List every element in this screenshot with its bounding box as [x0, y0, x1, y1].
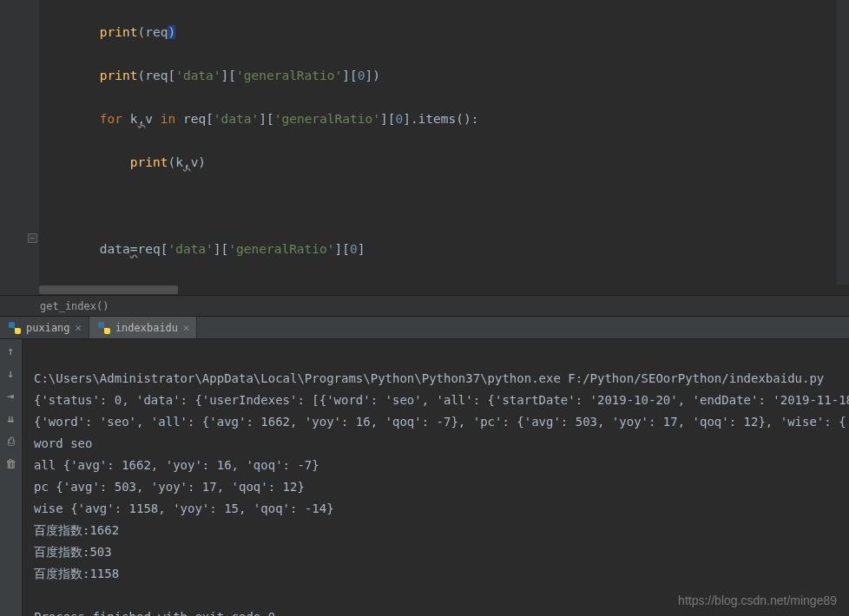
console-line: wise {'avg': 1158, 'yoy': 15, 'qoq': -14…	[34, 501, 334, 515]
code-content[interactable]: print(req) print(req['data']['generalRat…	[39, 0, 849, 295]
console-line: {'status': 0, 'data': {'userIndexes': [{…	[34, 393, 849, 407]
console-line: 百度指数:503	[34, 545, 112, 559]
editor-right-scrollstrip[interactable]	[837, 0, 849, 295]
close-icon[interactable]: ×	[183, 322, 189, 334]
console-output[interactable]: C:\Users\Administrator\AppData\Local\Pro…	[22, 339, 849, 616]
run-tab-puxiang[interactable]: puxiang ×	[0, 317, 89, 338]
python-icon	[98, 322, 110, 334]
console-toolbar: ↑ ↓ ⇥ ⇊ ⎙ 🗑	[0, 339, 22, 616]
console-line: C:\Users\Administrator\AppData\Local\Pro…	[34, 371, 824, 385]
fold-icon[interactable]: −	[28, 233, 37, 243]
scrollbar-thumb[interactable]	[39, 285, 178, 294]
console-line: 百度指数:1662	[34, 523, 119, 537]
run-tab-indexbaidu[interactable]: indexbaidu ×	[89, 317, 197, 338]
watermark: https://blog.csdn.net/minge89	[678, 593, 837, 607]
editor-horizontal-scrollbar[interactable]	[39, 285, 849, 295]
arrow-up-icon[interactable]: ↑	[4, 344, 18, 358]
editor-gutter: −	[0, 0, 39, 295]
console-line: all {'avg': 1662, 'yoy': 16, 'qoq': -7}	[34, 458, 319, 472]
console-line: {'word': 'seo', 'all': {'avg': 1662, 'yo…	[34, 415, 849, 429]
close-icon[interactable]: ×	[76, 322, 82, 334]
python-icon	[9, 322, 21, 334]
console-line: pc {'avg': 503, 'yoy': 17, 'qoq': 12}	[34, 480, 305, 494]
run-console: ↑ ↓ ⇥ ⇊ ⎙ 🗑 C:\Users\Administrator\AppDa…	[0, 339, 849, 616]
tab-label: indexbaidu	[115, 322, 178, 334]
tab-label: puxiang	[26, 322, 70, 334]
print-icon[interactable]: ⎙	[4, 435, 18, 449]
console-line: word seo	[34, 436, 92, 450]
console-line: Process finished with exit code 0	[34, 610, 275, 616]
breadcrumb[interactable]: get_index()	[0, 295, 849, 317]
console-line: 百度指数:1158	[34, 567, 119, 580]
soft-wrap-icon[interactable]: ⇥	[4, 390, 18, 403]
code-editor[interactable]: − print(req) print(req['data']['generalR…	[0, 0, 849, 295]
trash-icon[interactable]: 🗑	[4, 457, 18, 471]
print-call: print	[100, 25, 138, 39]
scroll-to-end-icon[interactable]: ⇊	[4, 412, 18, 426]
arrow-down-icon[interactable]: ↓	[4, 367, 18, 381]
run-tabs-bar: puxiang × indexbaidu ×	[0, 317, 849, 339]
breadcrumb-item[interactable]: get_index()	[40, 300, 109, 312]
